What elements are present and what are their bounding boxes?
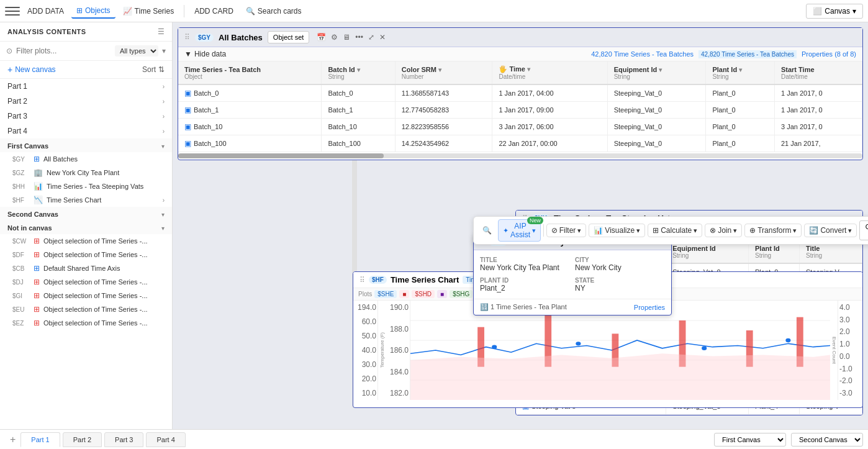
- cell-batch-id: Batch_0: [322, 84, 395, 102]
- visualize-button[interactable]: 📊 Visualize ▾: [589, 224, 645, 237]
- filter-input[interactable]: [16, 47, 111, 55]
- objects-btn[interactable]: ⊞ Objects: [71, 4, 115, 19]
- add-data-btn[interactable]: ADD DATA: [22, 4, 69, 18]
- properties-link[interactable]: Properties (8 of 8): [802, 50, 856, 58]
- cell-time: 22 Jan 2017, 00:00: [492, 135, 607, 152]
- y-axis-right: 190.0188.0186.0184.0182.0: [386, 301, 410, 400]
- svg-marker-10: [410, 353, 830, 400]
- chart-drag-handle: ⠿: [359, 276, 365, 284]
- chart-title: Time Series Chart: [391, 275, 459, 284]
- first-canvas-section[interactable]: First Canvas ▾: [0, 138, 172, 152]
- second-canvas-select[interactable]: Second Canvas First Canvas: [791, 433, 863, 447]
- canvas-item-cw[interactable]: $CW ⊞ Object selection of Time Series -.…: [0, 234, 172, 248]
- ny-properties-link[interactable]: Properties: [634, 304, 665, 311]
- toolbar-separator: [184, 5, 184, 17]
- cell-name: ▣Batch_1: [178, 102, 322, 119]
- col-batch-id[interactable]: Batch Id ▾String: [322, 61, 395, 84]
- cell-equipment-id: Steeping_Vat_0: [607, 119, 706, 135]
- canvas-item-cb[interactable]: $CB ⊞ Default Shared Time Axis: [0, 261, 172, 275]
- search-cards-btn[interactable]: 🔍 Search cards: [241, 4, 307, 18]
- toolbar-divider: [543, 224, 544, 237]
- canvas-item-df[interactable]: $DF ⊞ Object selection of Time Series -.…: [0, 248, 172, 261]
- sidebar-menu-icon[interactable]: ☰: [158, 27, 165, 36]
- chevron-down-icon: ▾: [161, 211, 165, 218]
- filter-button[interactable]: ⊘ Filter ▾: [546, 224, 587, 237]
- canvas-item-dj[interactable]: $DJ ⊞ Object selection of Time Series -.…: [0, 275, 172, 289]
- more-icon[interactable]: •••: [355, 33, 363, 42]
- table-blue-icon2: ⊞: [34, 264, 40, 273]
- bottom-right: First Canvas Second Canvas Second Canvas…: [714, 433, 863, 447]
- canvas-item-all-batches[interactable]: $GY ⊞ All Batches: [0, 152, 172, 166]
- y-axis-temp: 194.060.050.040.030.020.010.0: [353, 301, 378, 400]
- svg-point-13: [702, 347, 707, 350]
- canvas-item-ts-chart[interactable]: $HF 📉 Time Series Chart ›: [0, 193, 172, 207]
- settings-icon: ⚙: [331, 33, 338, 42]
- cell-name: ▣Batch_100: [178, 135, 322, 152]
- plot-shg[interactable]: $SHG: [450, 290, 472, 298]
- join-button[interactable]: ⊗ Join ▾: [705, 224, 742, 237]
- table-red-icon4: ⊞: [34, 291, 40, 300]
- col-equipment-id: Equipment Id ▾String: [607, 61, 706, 84]
- tab-part2[interactable]: Part 2: [63, 432, 102, 447]
- second-canvas-section[interactable]: Second Canvas ▾: [0, 207, 172, 220]
- object-set-button[interactable]: Object set: [268, 31, 310, 43]
- plot-she2[interactable]: ■: [399, 290, 409, 298]
- not-in-canvas-section[interactable]: Not in canvas ▾: [0, 220, 172, 234]
- cell-time: 3 Jan 2017, 06:00: [492, 119, 607, 135]
- canvas-btn[interactable]: ⬜ Canvas ▾: [806, 4, 863, 19]
- all-batches-card: ⠿ $GY All Batches Object set 📅 ⚙ 🖥 ••• ⤢…: [178, 27, 863, 160]
- ny-field-plant-id: PLANT ID Plant_2: [480, 277, 570, 293]
- canvas-item-gi[interactable]: $GI ⊞ Object selection of Time Series -.…: [0, 289, 172, 302]
- table-icon: ⊞: [76, 6, 83, 15]
- ny-field-city: CITY New York City: [575, 256, 665, 272]
- close-icon[interactable]: ✕: [379, 33, 386, 42]
- chevron-right-icon: ›: [163, 197, 165, 204]
- canvas-item-ez[interactable]: $EZ ⊞ Object selection of Time Series -.…: [0, 316, 172, 330]
- sidebar-item-part1[interactable]: Part 1 ›: [0, 79, 172, 94]
- horizontal-scrollbar[interactable]: [178, 153, 862, 158]
- canvas-item-ny-tea-plant[interactable]: $GZ 🏢 New York City Tea Plant: [0, 166, 172, 179]
- convert-button[interactable]: 🔄 Convert ▾: [804, 224, 857, 237]
- expand-icon[interactable]: ⤢: [368, 33, 374, 42]
- transform-button[interactable]: ⊕ Transform ▾: [744, 224, 802, 237]
- plot-shd2[interactable]: ■: [437, 290, 447, 298]
- plot-shd[interactable]: $SHD: [412, 290, 435, 298]
- cell-start-time: 1 Jan 2017, 0: [774, 102, 862, 119]
- aip-search-button[interactable]: 🔍: [479, 224, 495, 237]
- cell-color-srm: 14.2524354962: [395, 135, 492, 152]
- hide-data-button[interactable]: ▼ Hide data: [184, 50, 226, 58]
- bottom-bar: + Part 1 Part 2 Part 3 Part 4 First Canv…: [0, 429, 868, 449]
- row-ts-icon: ▣: [184, 106, 191, 114]
- table-red-icon3: ⊞: [34, 278, 40, 286]
- aip-object-set-button[interactable]: Object set: [859, 220, 868, 240]
- batch-title: All Batches: [219, 33, 263, 42]
- row-ts-icon: ▣: [184, 139, 191, 148]
- tab-part4[interactable]: Part 4: [146, 432, 185, 447]
- cell-color-srm: 12.7745058283: [395, 102, 492, 119]
- sidebar-item-part3[interactable]: Part 3 ›: [0, 109, 172, 124]
- add-card-btn[interactable]: ADD CARD: [189, 4, 238, 18]
- canvas-item-steeping-vats[interactable]: $HH 📊 Time Series - Tea Steeping Vats: [0, 179, 172, 193]
- tab-part1[interactable]: Part 1: [20, 432, 60, 447]
- chevron-down-icon: ▾: [852, 7, 856, 16]
- canvas-item-eu[interactable]: $EU ⊞ Object selection of Time Series -.…: [0, 302, 172, 316]
- new-canvas-button[interactable]: + New canvas: [7, 65, 56, 75]
- search-icon: 🔍: [246, 7, 255, 16]
- plot-she[interactable]: $SHE: [374, 290, 397, 298]
- tab-part3[interactable]: Part 3: [104, 432, 143, 447]
- cell-name: ▣Batch_10: [178, 119, 322, 135]
- add-tab-button[interactable]: +: [5, 434, 20, 445]
- cell-time: 1 Jan 2017, 04:00: [492, 84, 607, 102]
- sidebar-item-part2[interactable]: Part 2 ›: [0, 94, 172, 109]
- sort-button[interactable]: Sort ⇅: [142, 65, 165, 74]
- table-red-icon6: ⊞: [34, 319, 40, 327]
- sidebar-filter: ⊙ All types ▾: [0, 42, 172, 61]
- sidebar-item-part4[interactable]: Part 4 ›: [0, 124, 172, 138]
- plus-icon: +: [7, 65, 12, 75]
- cell-equipment-id: Steeping_Vat_0: [607, 102, 706, 119]
- hamburger-menu[interactable]: [5, 4, 20, 19]
- first-canvas-select[interactable]: First Canvas Second Canvas: [714, 433, 786, 447]
- time-series-btn[interactable]: 📈 Time Series: [118, 4, 179, 18]
- calculate-button[interactable]: ⊞ Calculate ▾: [648, 224, 702, 237]
- type-select[interactable]: All types: [115, 45, 158, 57]
